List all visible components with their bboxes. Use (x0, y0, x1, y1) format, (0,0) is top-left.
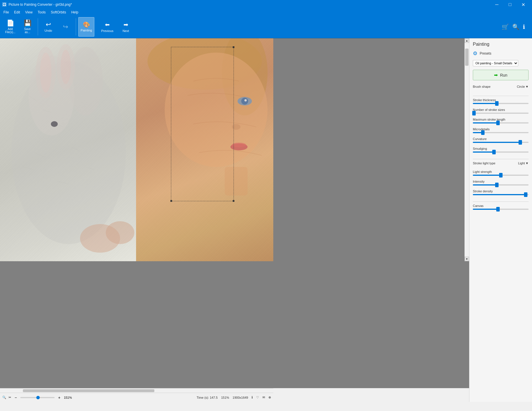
info-button[interactable]: ℹ (523, 23, 525, 30)
stroke-thickness-row: Stroke thickness (473, 98, 529, 104)
canvas-area[interactable]: ▲ ▼ (0, 38, 469, 388)
minimize-button[interactable]: ─ (490, 0, 503, 9)
statusbar: 🔍 ✂ − + 151% Time (s): 147.5 151% 1900x1… (0, 393, 273, 402)
painting-image (0, 38, 273, 261)
max-stroke-length-label: Maximum stroke length (473, 118, 529, 121)
smudging-track[interactable] (473, 151, 529, 153)
smudging-label: Smudging (473, 147, 529, 150)
time-label: Time (s): 147.5 (197, 396, 218, 399)
save-icon: 💾 (24, 20, 31, 26)
stroke-thickness-label: Stroke thickness (473, 98, 529, 102)
max-stroke-length-fill (473, 122, 498, 123)
microdetails-track[interactable] (473, 132, 529, 133)
canvas-track[interactable] (473, 209, 529, 210)
light-strength-thumb[interactable] (499, 173, 503, 177)
presets-select[interactable]: Oil painting - Small Details (473, 60, 518, 66)
redo-button[interactable]: ↪ (57, 17, 73, 37)
presets-icon: ⚙ (473, 50, 477, 57)
search-button[interactable]: 🔍 (512, 23, 519, 30)
max-stroke-length-row: Maximum stroke length (473, 118, 529, 123)
intensity-thumb[interactable] (495, 183, 499, 187)
stroke-light-select[interactable]: Light ▼ (518, 161, 529, 165)
zoom-slider-track[interactable] (20, 397, 55, 398)
run-button[interactable]: ➡ Run (473, 70, 529, 80)
toolbar-sep-2 (76, 18, 76, 35)
close-button[interactable]: ✕ (517, 0, 530, 9)
dimensions-display: 1900x1649 (233, 396, 248, 399)
menu-view[interactable]: View (23, 10, 35, 15)
brush-shape-select[interactable]: Circle ▼ (517, 85, 529, 88)
zoom-slider-thumb[interactable] (36, 396, 40, 399)
stroke-density-track[interactable] (473, 194, 529, 195)
svg-point-22 (241, 98, 248, 105)
max-stroke-length-thumb[interactable] (496, 121, 500, 125)
intensity-track[interactable] (473, 184, 529, 185)
svg-point-6 (61, 50, 71, 84)
light-strength-track[interactable] (473, 175, 529, 176)
save-label: Saveas... (24, 27, 31, 34)
curvature-thumb[interactable] (519, 140, 522, 145)
menu-tools[interactable]: Tools (35, 10, 48, 15)
toolbar-file-group: 📄 AddFile(s)... 💾 Saveas... (2, 17, 35, 37)
num-stroke-sizes-thumb[interactable] (472, 111, 476, 115)
hscroll-track[interactable] (0, 388, 273, 393)
canvas-row: ▲ ▼ (0, 38, 469, 388)
status-icon-4: ⊕ (268, 396, 271, 399)
curvature-track[interactable] (473, 142, 529, 143)
cart-button[interactable]: 🛒 (502, 23, 509, 30)
menu-file[interactable]: File (1, 10, 11, 15)
bunny-svg (0, 38, 136, 261)
svg-point-23 (244, 99, 247, 101)
next-button[interactable]: ➡ Next (119, 20, 133, 34)
smudging-row: Smudging (473, 147, 529, 153)
toolbar-right: 🛒 🔍 ℹ (502, 23, 530, 30)
menubar: File Edit View Tools SoftOrbits Help (0, 9, 532, 15)
vertical-scrollbar[interactable]: ▲ ▼ (465, 38, 469, 261)
crop-icon: ✂ (9, 396, 11, 399)
light-strength-row: Light strength (473, 170, 529, 176)
scroll-track[interactable] (465, 43, 469, 257)
microdetails-thumb[interactable] (481, 130, 485, 135)
curvature-row: Curvature (473, 137, 529, 143)
statusbar-left: 🔍 ✂ − + 151% (2, 395, 72, 400)
menu-softorbits[interactable]: SoftOrbits (49, 10, 68, 15)
toolbar-nav: ⬅ Previous ➡ Next (98, 20, 132, 34)
maximize-button[interactable]: □ (503, 0, 517, 9)
hscroll-thumb[interactable] (23, 389, 154, 392)
zoom-in-button[interactable]: + (57, 395, 61, 400)
save-as-button[interactable]: 💾 Saveas... (19, 17, 35, 37)
stroke-density-label: Stroke density (473, 189, 529, 193)
horizontal-scrollbar[interactable] (0, 388, 273, 393)
brush-shape-label: Brush shape (473, 85, 491, 88)
smudging-thumb[interactable] (492, 150, 496, 154)
painting-label: Painting (81, 29, 92, 32)
curvature-fill (473, 142, 520, 143)
microdetails-row: Microdetails (473, 127, 529, 133)
menu-help[interactable]: Help (69, 10, 81, 15)
scroll-up-button[interactable]: ▲ (465, 38, 469, 43)
stroke-thickness-thumb[interactable] (495, 101, 499, 106)
divider-1 (473, 96, 529, 96)
menu-edit[interactable]: Edit (12, 10, 22, 15)
presets-row: ⚙ Presets (473, 50, 529, 57)
num-stroke-sizes-row: Number of stroke sizes (473, 108, 529, 114)
stroke-density-thumb[interactable] (524, 192, 527, 197)
num-stroke-sizes-track[interactable] (473, 113, 529, 114)
stroke-light-type-label-row: Stroke light type Light ▼ (473, 161, 529, 165)
stroke-light-type-row: Stroke light type Light ▼ (473, 161, 529, 166)
undo-label: Undo (45, 29, 52, 32)
max-stroke-length-track[interactable] (473, 122, 529, 123)
stroke-thickness-track[interactable] (473, 103, 529, 104)
previous-button[interactable]: ⬅ Previous (98, 20, 117, 34)
presets-select-container: Oil painting - Small Details (473, 60, 529, 66)
canvas-with-scroll: ▲ ▼ 🔍 ✂ − + (0, 38, 469, 402)
canvas-thumb[interactable] (496, 207, 500, 212)
scroll-down-button[interactable]: ▼ (465, 257, 469, 261)
zoom-out-button[interactable]: − (13, 395, 18, 400)
statusbar-right: Time (s): 147.5 151% 1900x1649 ℹ ♡ ✉ ⊕ (197, 396, 271, 399)
scroll-thumb[interactable] (465, 49, 469, 66)
painting-button[interactable]: 🎨 Painting (78, 17, 94, 37)
add-file-button[interactable]: 📄 AddFile(s)... (2, 17, 18, 37)
add-file-label: AddFile(s)... (5, 27, 15, 34)
undo-button[interactable]: ↩ Undo (40, 17, 56, 37)
